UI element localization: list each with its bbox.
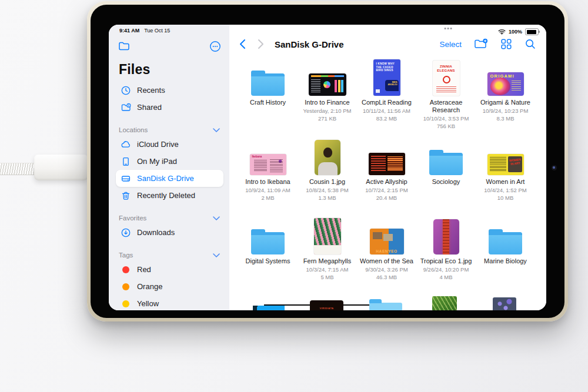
- file-item-sociology[interactable]: Sociology: [416, 136, 476, 216]
- new-folder-icon[interactable]: [474, 38, 488, 50]
- file-size: 83.2 MB: [376, 115, 397, 122]
- file-name: Asteraceae Research: [418, 99, 475, 114]
- usb-cable: [0, 163, 38, 175]
- sidebar-more-icon[interactable]: [209, 40, 222, 55]
- file-date: 10/11/24, 11:56 AM: [363, 108, 410, 115]
- file-item-complit-reading[interactable]: I KNOW WHY THE CAGED BIRD SINGS MAYA ANG…: [357, 57, 416, 136]
- file-item-intro-to-finance[interactable]: Intro to Finance Yesterday, 2:10 PM 271 …: [298, 57, 357, 136]
- partial-folder-icon[interactable]: [369, 303, 402, 310]
- sidebar-item-icloud-drive[interactable]: iCloud Drive: [116, 136, 223, 153]
- file-date: 10/8/24, 5:38 PM: [306, 187, 348, 194]
- chevron-down-icon: [213, 253, 220, 257]
- sidebar-item-on-my-ipad[interactable]: On My iPad: [116, 153, 223, 170]
- partial-image-thumbnail[interactable]: [493, 297, 516, 310]
- file-item-women-of-the-sea[interactable]: HAENYEO Women of the Sea 9/30/24, 3:26 P…: [357, 216, 416, 295]
- select-button[interactable]: Select: [439, 40, 462, 49]
- file-size: 2 MB: [261, 195, 274, 202]
- sidebar-item-label: Yellow: [137, 299, 159, 308]
- chevron-down-icon: [213, 128, 220, 132]
- file-name: Active Allyship: [366, 178, 407, 186]
- front-camera: [552, 165, 557, 170]
- file-thumbnail: [315, 140, 340, 175]
- cloud-icon: [121, 139, 131, 150]
- file-name: Sociology: [432, 178, 460, 186]
- section-header-favorites[interactable]: Favorites: [116, 212, 223, 224]
- sidebar-item-sandisk-g-drive[interactable]: SanDisk G-Drive: [116, 170, 223, 187]
- sidebar-toggle-folder-icon[interactable]: [118, 40, 131, 55]
- sidebar-item-tag-red[interactable]: Red: [116, 261, 223, 278]
- file-item-women-in-art[interactable]: WOMEN IN ART Women in Art 10/4/24, 1:52 …: [476, 136, 535, 216]
- sidebar-item-label: On My iPad: [137, 157, 177, 166]
- file-date: 10/7/24, 2:15 PM: [365, 187, 407, 194]
- file-name: Intro to Ikebana: [245, 178, 290, 186]
- sidebar-item-recents[interactable]: Recents: [116, 82, 223, 99]
- download-circle-icon: [121, 227, 131, 238]
- file-item-active-allyship[interactable]: Active Allyship 10/7/24, 2:15 PM 20.4 MB: [357, 136, 416, 216]
- file-item-fern-megaphylls[interactable]: Fern Megaphylls 10/3/24, 7:15 AM 5 MB: [298, 216, 357, 295]
- file-item-intro-to-ikebana[interactable]: Ikebana Intro to Ikebana 10/9/24, 11:09 …: [238, 136, 298, 216]
- search-icon[interactable]: [524, 38, 536, 50]
- partial-file-thumbnail[interactable]: [253, 306, 285, 310]
- clock-icon: [121, 85, 131, 96]
- file-name: Fern Megaphylls: [303, 257, 351, 265]
- usb-cable-connector: [34, 155, 88, 180]
- shared-folder-icon: [121, 102, 131, 113]
- battery-icon: [525, 28, 539, 35]
- folder-icon: [429, 153, 463, 175]
- wifi-icon: [498, 29, 506, 35]
- sidebar-item-recently-deleted[interactable]: Recently Deleted: [116, 187, 223, 204]
- sidebar-item-shared[interactable]: Shared: [116, 99, 223, 116]
- file-item-craft-history[interactable]: Craft History: [238, 57, 298, 136]
- sidebar-item-label: Downloads: [137, 228, 175, 237]
- files-sidebar: 9:41 AM Tue Oct 15: [109, 25, 229, 310]
- section-header-locations[interactable]: Locations: [116, 124, 223, 136]
- file-thumbnail: ORIGAMI: [487, 72, 524, 96]
- file-size: 5 MB: [320, 274, 333, 281]
- file-size: 756 KB: [437, 123, 455, 130]
- forward-button[interactable]: [258, 39, 264, 49]
- trash-icon: [121, 190, 131, 201]
- file-item-tropical-eco-jpg[interactable]: Tropical Eco 1.jpg 9/26/24, 10:20 PM 4 M…: [416, 216, 476, 295]
- page-background: 9:41 AM Tue Oct 15: [0, 0, 588, 392]
- file-thumbnail: I KNOW WHY THE CAGED BIRD SINGS MAYA ANG…: [373, 59, 400, 96]
- sidebar-item-tag-yellow[interactable]: Yellow: [116, 295, 223, 310]
- ipad-screen: 9:41 AM Tue Oct 15: [109, 25, 546, 310]
- file-size: 10 MB: [497, 195, 513, 202]
- file-thumbnail: [309, 73, 346, 96]
- sidebar-title: Files: [119, 62, 223, 78]
- section-label: Favorites: [119, 215, 146, 222]
- file-item-marine-biology[interactable]: Marine Biology: [476, 216, 535, 295]
- file-item-origami-nature[interactable]: ORIGAMI Origami & Nature 10/9/24, 10:23 …: [476, 57, 535, 136]
- file-date: Yesterday, 2:10 PM: [303, 108, 352, 115]
- view-options-grid-icon[interactable]: [500, 38, 512, 50]
- sidebar-item-tag-orange[interactable]: Orange: [116, 278, 223, 295]
- folder-icon: [489, 232, 522, 254]
- file-date: 10/10/24, 3:53 PM: [423, 115, 469, 122]
- file-item-asteraceae-research[interactable]: ZINNIA ELEGANS Asteraceae Research 10/10…: [416, 57, 476, 136]
- section-label: Locations: [119, 126, 148, 133]
- file-size: 46.3 MB: [376, 274, 397, 281]
- sidebar-item-downloads[interactable]: Downloads: [116, 224, 223, 241]
- file-name: Digital Systems: [246, 257, 290, 265]
- file-thumbnail: [314, 218, 341, 254]
- file-name: Cousin 1.jpg: [309, 178, 345, 186]
- file-name: Marine Biology: [484, 257, 527, 265]
- file-date: 10/4/24, 1:52 PM: [484, 187, 526, 194]
- ipad-device: 9:41 AM Tue Oct 15: [87, 1, 568, 321]
- file-item-cousin-jpg[interactable]: Cousin 1.jpg 10/8/24, 5:38 PM 1.3 MB: [298, 136, 357, 216]
- file-date: 10/3/24, 7:15 AM: [306, 266, 349, 273]
- folder-title: SanDisk G-Drive: [275, 39, 344, 49]
- status-bar-right: 100%: [498, 28, 539, 35]
- section-header-tags[interactable]: Tags: [116, 249, 223, 261]
- multitasking-indicator[interactable]: [445, 28, 452, 29]
- file-thumbnail: [369, 153, 405, 175]
- partial-image-thumbnail[interactable]: [432, 296, 457, 310]
- partial-file-thumbnail[interactable]: VIRIDIATA: [310, 300, 343, 310]
- file-size: 20.4 MB: [376, 195, 397, 202]
- file-size: 8.3 MB: [496, 115, 514, 122]
- file-thumbnail: [433, 219, 459, 254]
- sidebar-item-label: SanDisk G-Drive: [137, 174, 194, 183]
- file-item-digital-systems[interactable]: Digital Systems: [238, 216, 298, 295]
- back-button[interactable]: [239, 39, 246, 49]
- file-date: 10/9/24, 11:09 AM: [245, 187, 290, 194]
